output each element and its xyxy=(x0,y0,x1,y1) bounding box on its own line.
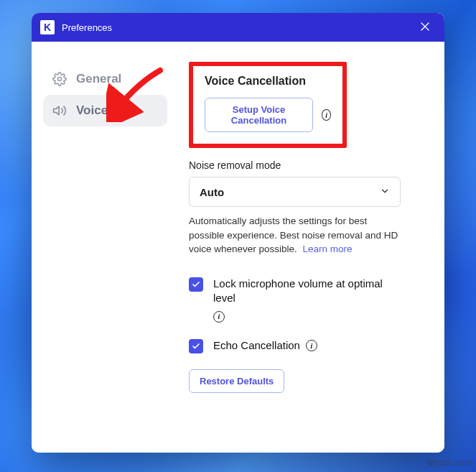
svg-marker-1 xyxy=(54,106,60,115)
noise-mode-label: Noise removal mode xyxy=(189,159,427,171)
svg-point-0 xyxy=(58,78,62,81)
info-icon[interactable]: i xyxy=(213,311,225,323)
titlebar: K Preferences xyxy=(32,13,444,42)
echo-row: Echo Cancellation i xyxy=(189,338,404,353)
content-pane: Voice Cancellation Setup Voice Cancellat… xyxy=(179,42,444,453)
preferences-window: K Preferences General Voice xyxy=(32,13,444,453)
noise-mode-help: Automatically adjusts the settings for b… xyxy=(189,214,401,256)
highlight-annotation: Voice Cancellation Setup Voice Cancellat… xyxy=(189,62,347,148)
echo-checkbox[interactable] xyxy=(189,339,203,353)
app-logo-icon: K xyxy=(40,20,55,34)
gear-icon xyxy=(52,72,67,86)
lock-mic-checkbox[interactable] xyxy=(189,277,203,292)
check-icon xyxy=(192,342,200,351)
echo-label: Echo Cancellation i xyxy=(213,338,317,353)
close-icon xyxy=(421,21,429,34)
section-title: Voice Cancellation xyxy=(205,75,331,88)
restore-defaults-button[interactable]: Restore Defaults xyxy=(189,369,284,393)
lock-mic-label: Lock microphone volume at optimal level … xyxy=(213,277,404,323)
noise-mode-select[interactable]: Auto xyxy=(189,177,401,207)
info-icon[interactable]: i xyxy=(322,109,331,121)
speaker-icon xyxy=(52,103,67,118)
chevron-down-icon xyxy=(380,186,390,198)
check-icon xyxy=(192,280,200,289)
window-title: Preferences xyxy=(62,22,407,33)
sidebar-item-general[interactable]: General xyxy=(43,63,167,95)
sidebar-item-label: Voice xyxy=(76,103,108,118)
info-icon[interactable]: i xyxy=(306,340,317,351)
learn-more-link[interactable]: Learn more xyxy=(302,244,352,254)
lock-mic-row: Lock microphone volume at optimal level … xyxy=(189,277,404,323)
sidebar-item-label: General xyxy=(76,72,121,86)
setup-voice-cancellation-button[interactable]: Setup Voice Cancellation xyxy=(205,98,313,132)
watermark: wsxdn.com xyxy=(426,458,472,468)
close-button[interactable] xyxy=(414,17,436,38)
noise-mode-value: Auto xyxy=(200,186,224,198)
sidebar-item-voice[interactable]: Voice xyxy=(43,95,167,126)
sidebar: General Voice xyxy=(32,42,179,453)
